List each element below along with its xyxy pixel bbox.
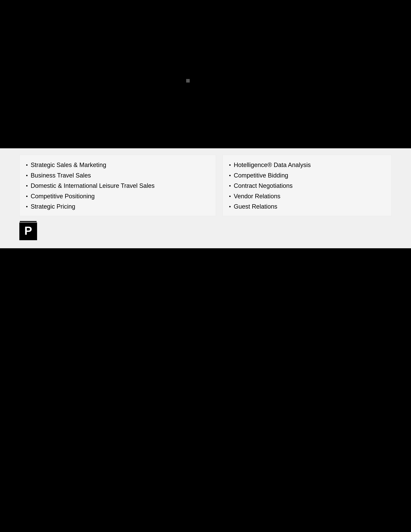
skill-label: Guest Relations [234,201,277,212]
list-item: Hotelligence® Data Analysis [229,160,385,170]
bottom-section [0,248,411,532]
skill-label: Domestic & International Leisure Travel … [31,180,155,191]
left-skills-box: Strategic Sales & Marketing Business Tra… [19,155,216,216]
list-item: Competitive Bidding [229,170,385,181]
logo-overline [20,221,37,222]
skill-label: Vendor Relations [234,191,280,201]
skill-label: Hotelligence® Data Analysis [234,160,311,170]
list-item: Guest Relations [229,201,385,212]
list-item: Domestic & International Leisure Travel … [26,180,209,191]
skill-label: Competitive Positioning [31,191,95,201]
skill-label: Strategic Sales & Marketing [31,160,106,170]
page-container: Strategic Sales & Marketing Business Tra… [0,0,411,532]
skill-label: Competitive Bidding [234,170,288,181]
center-dot [186,79,190,83]
logo-letter: P [24,225,32,237]
list-item: Competitive Positioning [26,191,209,201]
top-section [0,0,411,148]
skill-label: Strategic Pricing [31,201,75,212]
right-skills-box: Hotelligence® Data Analysis Competitive … [223,155,392,216]
right-skills-list: Hotelligence® Data Analysis Competitive … [229,160,385,212]
p-logo: P [19,222,37,240]
left-skills-list: Strategic Sales & Marketing Business Tra… [26,160,209,212]
list-item: Strategic Sales & Marketing [26,160,209,170]
skill-label: Business Travel Sales [31,170,91,181]
logo-section: P [19,222,39,242]
list-item: Strategic Pricing [26,201,209,212]
list-item: Contract Negotiations [229,180,385,191]
list-item: Vendor Relations [229,191,385,201]
list-item: Business Travel Sales [26,170,209,181]
skill-label: Contract Negotiations [234,180,292,191]
